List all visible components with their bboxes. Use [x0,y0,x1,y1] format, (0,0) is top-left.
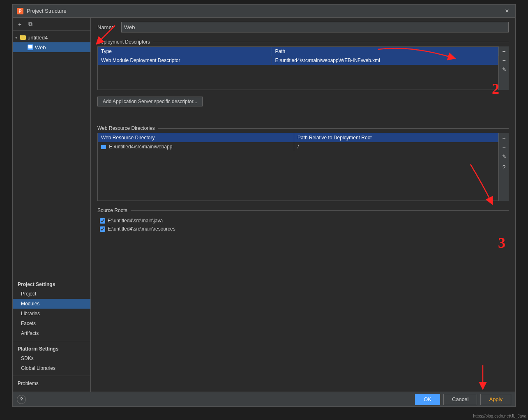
cell-web-dir: E:\untitled4\src\main\webapp [98,142,294,151]
web-resource-table-container: Web Resource Directory Path Relative to … [97,133,509,201]
add-web-resource-button[interactable]: + [500,134,508,143]
watermark: https://blog.csdn.net/JL_Java [473,414,526,418]
help-web-resource-button[interactable]: ? [500,163,508,171]
project-structure-dialog: P Project Structure × + ⧉ ▾ untitled4 [12,4,516,407]
section-divider-2 [158,128,509,129]
cancel-button[interactable]: Cancel [443,394,477,405]
source-roots-list: E:\untitled4\src\main\java E:\untitled4\… [97,215,509,235]
sidebar-item-artifacts[interactable]: Artifacts [13,328,90,338]
cell-type: Web Module Deployment Descriptor [98,56,272,65]
edit-web-resource-button[interactable]: ✎ [500,152,508,161]
content-area: + ⧉ ▾ untitled4 ▾ Web [13,18,515,392]
deployment-table-container: Type Path Web Module Deployment Descript… [97,46,509,90]
deployment-table: Type Path Web Module Deployment Descript… [98,47,498,90]
deployment-descriptors-section: Deployment Descriptors Type Path [97,39,509,106]
sidebar-item-libraries[interactable]: Libraries [13,309,90,318]
web-resource-directories-title: Web Resource Directories [97,125,158,131]
platform-settings-heading: Platform Settings [13,344,90,353]
help-button[interactable]: ? [17,395,26,404]
cell-web-path: / [294,142,498,151]
web-resource-table-actions: + − ✎ ? [499,133,509,201]
tree-node-label: untitled4 [28,35,48,41]
source-roots-header: Source Roots [97,208,509,213]
col-path: Path [272,47,498,56]
project-settings-heading: Project Settings [13,279,90,289]
tree-node-web[interactable]: ▾ Web [13,42,90,52]
spacer [97,113,509,125]
apply-button[interactable]: Apply [480,394,511,405]
table-row[interactable]: E:\untitled4\src\main\webapp / [98,142,498,151]
title-bar: P Project Structure × [13,5,515,18]
close-button[interactable]: × [503,7,511,15]
deployment-table-wrapper: Type Path Web Module Deployment Descript… [97,46,499,90]
sidebar: + ⧉ ▾ untitled4 ▾ Web [13,18,91,392]
source-root-path-1: E:\untitled4\src\main\resources [108,226,175,232]
list-item: E:\untitled4\src\main\resources [97,225,509,233]
sidebar-item-project[interactable]: Project [13,289,90,299]
name-label: Name: [97,24,118,30]
main-panel: Name: Deployment Descriptors Type [91,18,515,392]
sidebar-nav: Project Settings Project Modules Librari… [13,276,90,392]
remove-descriptor-button[interactable]: − [500,56,508,65]
deployment-descriptors-header: Deployment Descriptors [97,39,509,45]
web-resource-directories-header: Web Resource Directories [97,125,509,131]
sidebar-item-sdks[interactable]: SDKs [13,353,90,363]
add-module-button[interactable]: + [15,20,24,29]
deployment-descriptors-title: Deployment Descriptors [97,39,153,45]
source-root-checkbox-1[interactable] [100,226,105,232]
name-input[interactable] [121,22,509,32]
add-server-descriptor-wrapper: Add Application Server specific descript… [97,93,509,106]
expand-arrow: ▾ [15,35,20,40]
edit-descriptor-button[interactable]: ✎ [500,65,508,74]
name-row: Name: [97,22,509,32]
source-roots-title: Source Roots [97,208,131,213]
sidebar-item-facets[interactable]: Facets [13,318,90,328]
dialog-title: Project Structure [27,8,503,14]
source-root-path-0: E:\untitled4\src\main\java [108,218,163,224]
ok-button[interactable]: OK [415,394,440,405]
bottom-bar: ? OK Cancel Apply [13,392,515,406]
web-resource-directories-section: Web Resource Directories Web Resource Di… [97,125,509,201]
nav-divider [13,341,90,341]
source-root-checkbox-0[interactable] [100,218,105,224]
web-resource-table-wrapper: Web Resource Directory Path Relative to … [97,133,499,201]
empty-row [98,65,498,90]
empty-row-web [98,151,498,201]
nav-divider-2 [13,376,90,376]
sidebar-item-modules[interactable]: Modules [13,299,90,309]
svg-text:P: P [18,9,21,14]
section-divider-1 [153,42,509,42]
deployment-table-actions: + − ✎ [499,46,509,90]
dialog-actions: OK Cancel Apply [415,394,511,405]
copy-module-button[interactable]: ⧉ [26,20,35,29]
web-resource-table: Web Resource Directory Path Relative to … [98,133,498,201]
tree-node-untitled4[interactable]: ▾ untitled4 [13,32,90,42]
add-descriptor-button[interactable]: + [500,47,508,55]
col-type: Type [98,47,272,56]
list-item: E:\untitled4\src\main\java [97,217,509,225]
tree-node-web-label: Web [35,44,46,51]
remove-web-resource-button[interactable]: − [500,143,508,152]
sidebar-item-problems[interactable]: Problems [13,378,90,388]
tree-toolbar: + ⧉ [13,18,90,31]
table-row[interactable]: Web Module Deployment Descriptor E:\unti… [98,56,498,65]
col-web-resource-dir: Web Resource Directory [98,133,294,142]
module-tree: ▾ untitled4 ▾ Web [13,31,90,276]
col-deployment-root-path: Path Relative to Deployment Root [294,133,498,142]
web-icon [28,44,33,50]
sidebar-item-global-libraries[interactable]: Global Libraries [13,363,90,373]
folder-icon [20,35,26,40]
app-icon: P [17,8,23,14]
source-roots-section: Source Roots E:\untitled4\src\main\java … [97,208,509,235]
cell-path: E:\untitled4\src\main\webapp\WEB-INF\web… [272,56,498,65]
add-server-descriptor-button[interactable]: Add Application Server specific descript… [97,97,203,106]
section-divider-3 [131,210,509,211]
